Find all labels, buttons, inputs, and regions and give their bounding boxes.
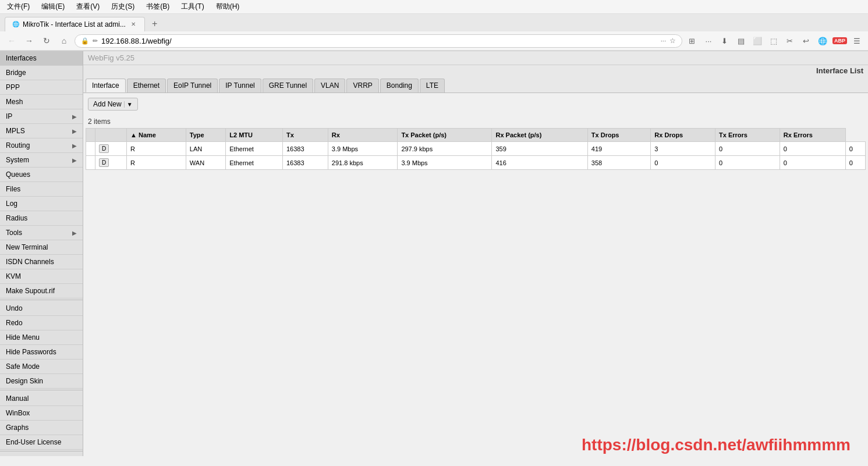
sidebar-item-hide-menu[interactable]: Hide Menu: [0, 330, 83, 345]
sidebar-item-logout[interactable]: Logout: [0, 453, 83, 456]
sidebar-item-label: Bridge: [6, 69, 26, 77]
home-button[interactable]: ⌂: [57, 34, 71, 48]
sidebar-item-undo[interactable]: Undo: [0, 301, 83, 316]
menu-tools[interactable]: 工具(T): [179, 1, 206, 12]
sidebar-item-system[interactable]: System▶: [0, 153, 83, 168]
refresh-button[interactable]: ↻: [40, 34, 54, 48]
sidebar-item-mpls[interactable]: MPLS▶: [0, 124, 83, 138]
col-header: Tx Packet (p/s): [398, 129, 492, 142]
extensions-icon[interactable]: ⊞: [686, 34, 699, 47]
table-cell: 0: [715, 142, 780, 156]
browser-tab[interactable]: 🌐 MikroTik - Interface List at admi... ✕: [5, 17, 145, 31]
main-layout: InterfacesBridgePPPMeshIP▶MPLS▶Routing▶S…: [0, 51, 868, 456]
library-icon[interactable]: ▤: [735, 34, 747, 47]
sidebar-item-label: KVM: [6, 272, 21, 280]
tab-interface[interactable]: Interface: [86, 79, 126, 93]
webfig-version: WebFig v5.25: [88, 54, 134, 62]
items-count: 2 items: [83, 115, 868, 128]
table-row[interactable]: DRLANEthernet163833.9 Mbps297.9 kbps3594…: [86, 142, 866, 156]
sidebar-item-end-user-license[interactable]: End-User License: [0, 435, 83, 450]
sidebar-item-bridge[interactable]: Bridge: [0, 66, 83, 80]
flag-button[interactable]: D: [99, 158, 109, 167]
browser-tab-close[interactable]: ✕: [129, 20, 137, 29]
menu-edit[interactable]: 编辑(E): [39, 1, 67, 12]
tab-gre-tunnel[interactable]: GRE Tunnel: [263, 79, 313, 93]
edit-icon: ✏: [93, 37, 98, 45]
table-cell: WAN: [186, 156, 225, 170]
more-icon[interactable]: ···: [702, 34, 715, 47]
sidebar-item-graphs[interactable]: Graphs: [0, 421, 83, 435]
menu-view[interactable]: 查看(V): [74, 1, 102, 12]
table-cell: LAN: [186, 142, 225, 156]
table-container: ▲ NameTypeL2 MTUTxRxTx Packet (p/s)Rx Pa…: [83, 128, 868, 170]
secure-icon: 🔒: [81, 37, 89, 45]
flag-button[interactable]: D: [99, 144, 109, 153]
table-cell: 291.8 kbps: [328, 156, 398, 170]
url-input[interactable]: [101, 37, 657, 45]
sidebar-item-redo[interactable]: Redo: [0, 316, 83, 330]
sidebar-item-tools[interactable]: Tools▶: [0, 226, 83, 240]
sidebar-item-hide-passwords[interactable]: Hide Passwords: [0, 345, 83, 360]
sidebar-item-mesh[interactable]: Mesh: [0, 95, 83, 109]
table-cell: 0: [845, 142, 865, 156]
sidebar-item-new-terminal[interactable]: New Terminal: [0, 240, 83, 255]
sidebar-item-radius[interactable]: Radius: [0, 211, 83, 226]
table-row[interactable]: DRWANEthernet16383291.8 kbps3.9 Mbps4163…: [86, 156, 866, 170]
tab-eoip-tunnel[interactable]: EoIP Tunnel: [167, 79, 218, 93]
sidebar-item-label: MPLS: [6, 127, 25, 135]
table-cell: 416: [492, 156, 587, 170]
sidebar-item-design-skin[interactable]: Design Skin: [0, 374, 83, 389]
sidebar-item-ppp[interactable]: PPP: [0, 80, 83, 95]
sidebar-item-ip[interactable]: IP▶: [0, 109, 83, 124]
add-new-button[interactable]: Add New ▼: [88, 98, 138, 111]
adblock-badge: ABP: [832, 37, 847, 44]
sidebar-item-log[interactable]: Log: [0, 197, 83, 211]
sidebar-item-queues[interactable]: Queues: [0, 168, 83, 182]
back-button[interactable]: ←: [5, 34, 19, 48]
profile-icon[interactable]: 🌐: [816, 34, 829, 47]
sidebar-item-make-supout.rif[interactable]: Make Supout.rif: [0, 284, 83, 298]
new-tab-button[interactable]: +: [147, 16, 162, 31]
sidebar-item-interfaces[interactable]: Interfaces: [0, 51, 83, 66]
undo-nav-icon[interactable]: ↩: [800, 34, 813, 47]
col-header: L2 MTU: [226, 129, 283, 142]
col-header: Rx Errors: [780, 129, 845, 142]
sidebar-item-label: Undo: [6, 304, 23, 312]
tab-vrrp[interactable]: VRRP: [346, 79, 378, 93]
url-actions: ···: [661, 37, 666, 44]
sidebar-item-safe-mode[interactable]: Safe Mode: [0, 360, 83, 374]
menu-help[interactable]: 帮助(H): [214, 1, 242, 12]
tab-lte[interactable]: LTE: [420, 79, 445, 93]
sidebar-item-label: Manual: [6, 394, 29, 403]
tab-ip-tunnel[interactable]: IP Tunnel: [219, 79, 261, 93]
monitor-icon[interactable]: ⬚: [767, 34, 780, 47]
sidebar-item-routing[interactable]: Routing▶: [0, 138, 83, 153]
sidebar-item-files[interactable]: Files: [0, 182, 83, 197]
table-cell: 0: [780, 142, 845, 156]
sidebar-item-label: Graphs: [6, 424, 29, 432]
sync-icon[interactable]: ⬜: [751, 34, 764, 47]
sidebar-divider: [0, 300, 83, 300]
capture-icon[interactable]: ✂: [784, 34, 796, 47]
sidebar-arrow-icon: ▶: [72, 230, 77, 236]
table-cell: 297.9 kbps: [398, 142, 492, 156]
sidebar-item-manual[interactable]: Manual: [0, 392, 83, 406]
tab-vlan[interactable]: VLAN: [314, 79, 345, 93]
menu-file[interactable]: 文件(F): [5, 1, 32, 12]
interface-tabs: InterfaceEthernetEoIP TunnelIP TunnelGRE…: [83, 76, 868, 93]
sidebar-item-label: System: [6, 156, 29, 164]
sidebar-item-isdn-channels[interactable]: ISDN Channels: [0, 255, 83, 269]
sidebar-item-label: New Terminal: [6, 243, 48, 251]
download-icon[interactable]: ⬇: [718, 34, 731, 47]
row-flag1: D: [95, 156, 127, 170]
forward-button[interactable]: →: [22, 34, 36, 48]
col-header: Tx Drops: [587, 129, 651, 142]
tab-bonding[interactable]: Bonding: [380, 79, 419, 93]
menu-bookmarks[interactable]: 书签(B): [144, 1, 172, 12]
sidebar-item-kvm[interactable]: KVM: [0, 269, 83, 284]
menu-history[interactable]: 历史(S): [109, 1, 137, 12]
bookmark-icon[interactable]: ☆: [669, 37, 676, 45]
hamburger-icon[interactable]: ☰: [851, 34, 863, 47]
sidebar-item-winbox[interactable]: WinBox: [0, 406, 83, 421]
tab-ethernet[interactable]: Ethernet: [127, 79, 166, 93]
